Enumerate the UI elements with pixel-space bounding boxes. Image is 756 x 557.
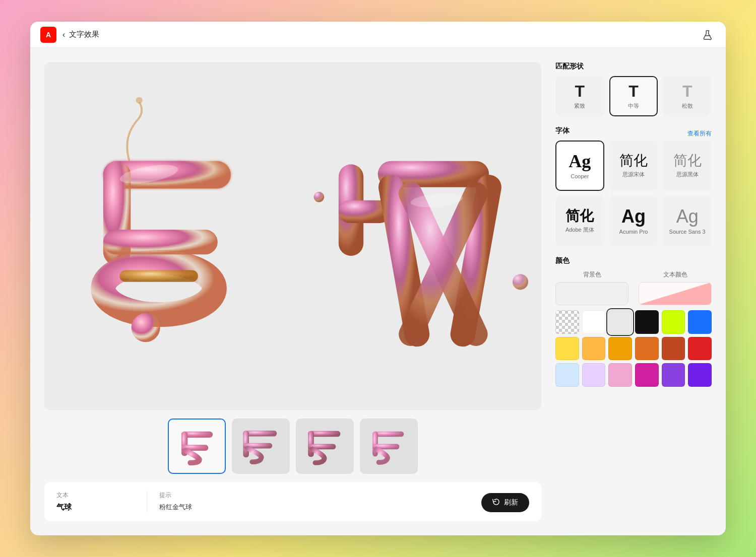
text-color-preview[interactable] [639,282,712,305]
font-simhei-preview: 简化 [673,154,702,168]
shape-medium-letter: T [628,83,639,99]
swatch-violet[interactable] [688,363,712,387]
color-section: 颜色 背景色 文本颜色 [555,256,712,387]
app-window: A ‹ 文字效果 [30,22,726,535]
shape-tight-label: 紧致 [574,102,585,110]
adobe-logo: A [40,27,56,43]
bg-color-sub: 背景色 [555,270,628,305]
swatch-rust[interactable] [662,337,685,361]
right-panel: 匹配形状 T 紧致 T 中等 T 松散 [555,62,712,521]
view-all-fonts-link[interactable]: 查看所有 [687,129,712,138]
text-value: 气球 [56,503,135,512]
refresh-button[interactable]: 刷新 [481,493,529,512]
svg-rect-6 [119,270,198,282]
balloon-svg [44,62,541,410]
shape-medium-label: 中等 [628,102,639,110]
thumbnail-2[interactable] [232,419,290,474]
hint-value: 粉红金气球 [159,503,192,512]
thumbnail-row [44,419,541,474]
font-acumin-name: Acumin Pro [619,229,648,235]
font-simsun-name: 思源宋体 [622,171,645,178]
swatch-yellow[interactable] [555,337,579,361]
font-source-sans[interactable]: Ag Source Sans 3 [663,196,712,246]
hint-section: 提示 粉红金气球 [159,491,192,512]
svg-point-19 [513,274,528,290]
text-section: 文本 气球 [56,491,147,512]
flask-icon[interactable] [700,27,716,43]
font-cooper-name: Cooper [571,173,589,179]
font-section: 字体 查看所有 Ag Cooper 简化 思源宋体 [555,126,712,246]
shape-grid: T 紧致 T 中等 T 松散 [555,76,712,116]
font-source-sans-preview: Ag [676,207,699,226]
swatch-pink[interactable] [608,363,632,387]
thumbnail-4[interactable] [360,419,418,474]
bg-color-label: 背景色 [555,270,628,279]
svg-point-5 [132,313,160,342]
font-simhei[interactable]: 简化 思源黑体 [663,141,712,191]
left-panel: 文本 气球 提示 粉红金气球 刷新 [44,62,541,521]
swatch-purple[interactable] [662,363,685,387]
font-simsun[interactable]: 简化 思源宋体 [609,141,658,191]
title-bar: A ‹ 文字效果 [30,22,726,48]
color-subsection: 背景色 文本颜色 [555,270,712,305]
font-cooper-preview: Ag [569,152,591,170]
swatch-yellow-green[interactable] [662,310,685,334]
shape-loose[interactable]: T 松散 [663,76,712,116]
shape-loose-label: 松散 [682,102,693,110]
svg-rect-27 [308,431,314,457]
font-source-sans-name: Source Sans 3 [669,229,706,235]
shape-section-title: 匹配形状 [555,62,712,71]
refresh-label: 刷新 [504,498,518,507]
svg-rect-30 [372,432,378,457]
text-color-label: 文本颜色 [639,270,712,279]
text-color-sub: 文本颜色 [639,270,712,305]
swatch-light-blue[interactable] [555,363,579,387]
font-simsun-preview: 简化 [619,154,648,168]
text-label: 文本 [56,491,135,500]
font-cooper[interactable]: Ag Cooper [555,141,604,191]
swatch-blue[interactable] [688,310,712,334]
bg-color-preview[interactable] [555,282,628,305]
preview-image [44,62,541,410]
swatch-red[interactable] [688,337,712,361]
swatch-magenta[interactable] [635,363,659,387]
swatch-dark-orange[interactable] [635,337,659,361]
swatch-light-orange[interactable] [582,337,606,361]
color-swatches [555,310,712,387]
page-title: 文字效果 [69,30,99,39]
main-content: 文本 气球 提示 粉红金气球 刷新 [30,48,726,535]
swatch-light-purple[interactable] [582,363,606,387]
font-adobe-heiti-name: Adobe 黑体 [565,226,594,234]
swatch-white[interactable] [582,310,606,334]
refresh-icon [492,498,500,507]
thumbnail-3[interactable] [296,419,354,474]
font-acumin[interactable]: Ag Acumin Pro [609,196,658,246]
back-button[interactable]: ‹ [62,30,65,39]
svg-point-7 [136,97,143,104]
swatch-orange[interactable] [608,337,632,361]
font-adobe-heiti-preview: 简化 [565,209,594,223]
font-acumin-preview: Ag [621,207,646,226]
font-simhei-name: 思源黑体 [676,171,699,178]
font-header: 字体 查看所有 [555,126,712,141]
shape-tight-letter: T [575,83,585,99]
shape-tight[interactable]: T 紧致 [555,76,604,116]
swatch-light-gray[interactable] [608,310,632,334]
hint-label: 提示 [159,491,192,500]
info-bar: 文本 气球 提示 粉红金气球 刷新 [44,482,541,521]
thumbnail-1[interactable] [168,419,226,474]
shape-loose-letter: T [682,83,692,99]
preview-area [44,62,541,410]
color-section-title: 颜色 [555,256,712,265]
font-adobe-heiti[interactable]: 简化 Adobe 黑体 [555,196,604,246]
font-section-title: 字体 [555,126,570,135]
font-grid: Ag Cooper 简化 思源宋体 简化 思源黑体 简化 [555,141,712,246]
swatch-black[interactable] [635,310,659,334]
svg-point-18 [314,192,325,202]
refresh-btn-wrap: 刷新 [481,491,529,512]
shape-section: 匹配形状 T 紧致 T 中等 T 松散 [555,62,712,116]
swatch-transparent[interactable] [555,310,579,334]
shape-medium[interactable]: T 中等 [609,76,658,116]
